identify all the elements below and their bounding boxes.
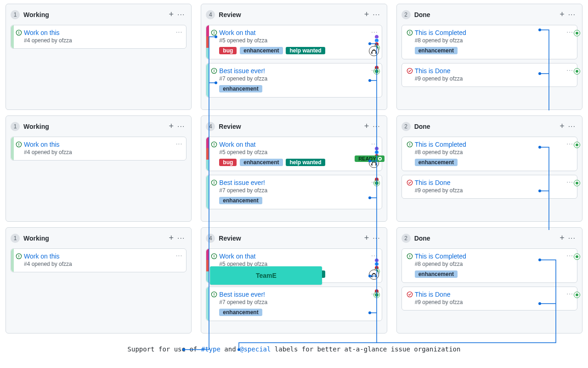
add-card-button[interactable]: + xyxy=(558,121,566,132)
card-work-on-this[interactable]: ··· Work on this #4 opened by ofzza xyxy=(11,248,187,272)
column-menu-button[interactable]: ··· xyxy=(371,233,382,243)
column-count: 4 xyxy=(206,234,215,243)
column-title: Done xyxy=(414,11,558,18)
ready-indicator xyxy=(575,293,579,297)
label-enhancement[interactable]: enhancement xyxy=(415,270,458,278)
card-meta: #4 opened by ofzza xyxy=(24,37,181,44)
card-menu-button[interactable]: ··· xyxy=(176,252,183,259)
card-completed[interactable]: ··· This is Completed #8 opened by ofzza… xyxy=(401,25,577,59)
add-card-button[interactable]: + xyxy=(362,121,371,132)
card-title[interactable]: This is Done xyxy=(415,291,572,298)
svg-point-34 xyxy=(372,274,375,277)
card-title[interactable]: Work on this xyxy=(24,29,181,36)
ready-indicator xyxy=(575,181,579,185)
card-title[interactable]: Work on this xyxy=(24,253,181,260)
card-meta: #8 opened by ofzza xyxy=(415,261,572,267)
add-card-button[interactable]: + xyxy=(167,232,175,244)
card-labels: enhancement xyxy=(219,196,377,204)
card-title[interactable]: This is Completed xyxy=(415,29,572,36)
card-work-on-that[interactable]: READY ··· Work on that #5 opened by ofzz… xyxy=(206,137,382,171)
column-menu-button[interactable]: ··· xyxy=(371,121,382,132)
label-enhancement[interactable]: enhancement xyxy=(415,159,458,166)
column-review: 4 Review + ··· ··· Work on that #5 opene… xyxy=(201,4,387,110)
label-help-wanted[interactable]: help wanted xyxy=(286,159,325,166)
card-menu-button[interactable]: ··· xyxy=(566,28,573,35)
card-done[interactable]: ··· This is Done #9 opened by ofzza xyxy=(401,63,577,87)
add-card-button[interactable]: + xyxy=(167,121,175,132)
column-menu-button[interactable]: ··· xyxy=(175,121,187,132)
svg-rect-19 xyxy=(214,144,215,146)
column-menu-button[interactable]: ··· xyxy=(175,233,187,243)
card-title[interactable]: Work on this xyxy=(24,141,181,148)
svg-point-39 xyxy=(409,255,410,256)
add-card-button[interactable]: + xyxy=(362,232,371,244)
card-done[interactable]: ··· This is Done #9 opened by ofzza xyxy=(401,287,577,310)
card-title[interactable]: Best issue ever! xyxy=(219,67,377,75)
card-menu-button[interactable]: ··· xyxy=(176,28,183,35)
column-menu-button[interactable]: ··· xyxy=(566,121,577,132)
card-title[interactable]: This is Done xyxy=(415,67,572,75)
card-title[interactable]: Best issue ever! xyxy=(219,291,377,298)
assignee-avatar[interactable] xyxy=(369,270,379,280)
issue-closed-icon xyxy=(407,179,413,186)
card-title[interactable]: Work on that xyxy=(219,29,377,36)
card-menu-button[interactable]: ··· xyxy=(566,178,573,185)
card-labels: bug enhancement help wanted xyxy=(219,158,377,166)
add-card-button[interactable]: + xyxy=(362,9,371,20)
card-best-issue[interactable]: ··· Best issue ever! #7 opened by ofzza … xyxy=(206,175,382,209)
card-work-on-this[interactable]: ··· Work on this #4 opened by ofzza xyxy=(11,137,187,161)
issue-open-icon xyxy=(211,291,217,298)
add-card-button[interactable]: + xyxy=(558,232,566,244)
svg-point-8 xyxy=(214,69,215,70)
card-title[interactable]: Work on that xyxy=(219,141,377,148)
card-done[interactable]: ··· This is Done #9 opened by ofzza xyxy=(401,175,577,199)
issue-open-icon xyxy=(16,29,22,36)
label-bug[interactable]: bug xyxy=(219,159,237,166)
card-best-issue[interactable]: ··· Best issue ever! #7 opened by ofzza … xyxy=(206,63,382,98)
svg-rect-5 xyxy=(214,32,215,34)
card-menu-button[interactable]: ··· xyxy=(566,252,573,259)
svg-point-22 xyxy=(214,181,215,182)
card-work-on-this[interactable]: ··· Work on this #4 opened by ofzza xyxy=(11,25,187,49)
card-title[interactable]: Best issue ever! xyxy=(219,179,377,186)
card-work-on-that[interactable]: TeamE ··· Work on that #5 opened by ofzz… xyxy=(206,248,382,283)
card-menu-button[interactable]: ··· xyxy=(566,66,573,74)
card-title[interactable]: This is Done xyxy=(415,179,572,186)
card-completed[interactable]: ··· This is Completed #8 opened by ofzza… xyxy=(401,137,577,171)
card-labels: enhancement xyxy=(415,158,572,166)
svg-rect-40 xyxy=(409,256,410,258)
card-completed[interactable]: ··· This is Completed #8 opened by ofzza… xyxy=(401,248,577,283)
add-card-button[interactable]: + xyxy=(167,9,175,20)
column-menu-button[interactable]: ··· xyxy=(566,233,577,243)
add-card-button[interactable]: + xyxy=(558,9,566,20)
column-header: 4 Review + ··· xyxy=(206,9,382,20)
label-bug[interactable]: bug xyxy=(219,47,237,54)
card-title[interactable]: This is Completed xyxy=(415,253,572,260)
card-work-on-that[interactable]: ··· Work on that #5 opened by ofzza bug … xyxy=(206,25,382,59)
card-menu-button[interactable]: ··· xyxy=(566,140,573,147)
label-enhancement[interactable]: enhancement xyxy=(240,159,283,166)
column-working: 1 Working + ··· ··· Work on this #4 open… xyxy=(6,4,192,110)
column-menu-button[interactable]: ··· xyxy=(371,10,382,20)
card-stripe xyxy=(11,249,14,272)
column-count: 4 xyxy=(206,122,215,131)
ready-indicator xyxy=(575,143,579,147)
label-enhancement[interactable]: enhancement xyxy=(219,309,262,316)
card-menu-button[interactable]: ··· xyxy=(566,290,573,297)
issue-open-icon xyxy=(16,141,22,148)
card-best-issue[interactable]: ··· Best issue ever! #7 opened by ofzza … xyxy=(206,287,382,321)
column-menu-button[interactable]: ··· xyxy=(566,10,577,20)
label-enhancement[interactable]: enhancement xyxy=(219,85,262,92)
label-enhancement[interactable]: enhancement xyxy=(240,47,283,54)
issue-open-icon xyxy=(211,29,217,36)
card-title[interactable]: Work on that xyxy=(219,253,377,260)
column-menu-button[interactable]: ··· xyxy=(175,10,187,20)
label-help-wanted[interactable]: help wanted xyxy=(286,47,325,54)
type-tag: #type xyxy=(201,345,220,353)
card-title[interactable]: This is Completed xyxy=(415,141,572,148)
card-menu-button[interactable]: ··· xyxy=(176,140,183,147)
assignee-avatar[interactable] xyxy=(369,46,379,56)
label-enhancement[interactable]: enhancement xyxy=(415,47,458,54)
label-enhancement[interactable]: enhancement xyxy=(219,197,262,204)
column-review: 4 Review + ··· READY ··· Work on that #5… xyxy=(201,115,387,222)
